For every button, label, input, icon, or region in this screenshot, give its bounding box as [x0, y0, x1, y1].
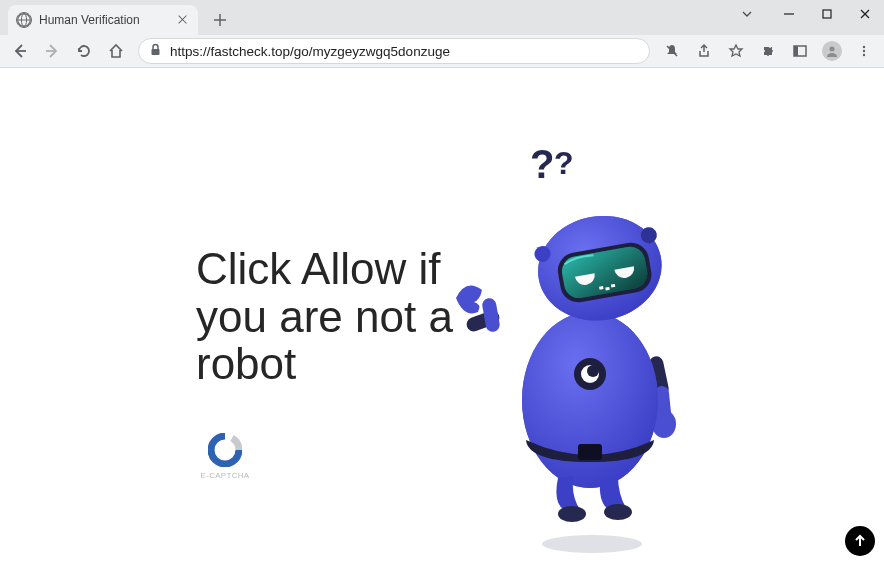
svg-point-19 — [863, 54, 865, 56]
notifications-muted-icon[interactable] — [658, 37, 686, 65]
browser-toolbar: https://fastcheck.top/go/myzgeyzwgq5donz… — [0, 35, 884, 68]
svg-point-18 — [863, 50, 865, 52]
home-button[interactable] — [102, 37, 130, 65]
svg-point-45 — [542, 535, 642, 553]
heading-line-2: you are not a — [196, 293, 453, 341]
svg-rect-29 — [578, 444, 602, 460]
captcha-label: E-CAPTCHA — [200, 471, 250, 480]
address-bar[interactable]: https://fastcheck.top/go/myzgeyzwgq5donz… — [138, 38, 650, 64]
svg-rect-11 — [152, 49, 160, 55]
window-controls — [728, 0, 884, 28]
lock-icon — [149, 42, 162, 60]
bookmark-star-icon[interactable] — [722, 37, 750, 65]
svg-rect-15 — [794, 46, 798, 56]
heading-line-3: robot — [196, 340, 453, 388]
svg-marker-13 — [730, 45, 742, 56]
back-button[interactable] — [6, 37, 34, 65]
svg-point-17 — [863, 46, 865, 48]
profile-avatar[interactable] — [818, 37, 846, 65]
svg-point-43 — [558, 506, 586, 522]
close-window-button[interactable] — [846, 0, 884, 28]
scroll-top-button[interactable] — [845, 526, 875, 556]
extensions-icon[interactable] — [754, 37, 782, 65]
share-icon[interactable] — [690, 37, 718, 65]
page-heading: Click Allow if you are not a robot — [196, 245, 453, 388]
sidepanel-icon[interactable] — [786, 37, 814, 65]
svg-text:?: ? — [530, 142, 554, 186]
tab-search-button[interactable] — [728, 0, 766, 28]
captcha-logo-icon — [208, 433, 242, 467]
kebab-menu-icon[interactable] — [850, 37, 878, 65]
maximize-button[interactable] — [808, 0, 846, 28]
forward-button[interactable] — [38, 37, 66, 65]
tab-title: Human Verification — [39, 13, 169, 27]
svg-point-32 — [587, 365, 599, 377]
avatar-icon — [822, 41, 842, 61]
arrow-up-icon — [852, 533, 868, 549]
close-tab-icon[interactable] — [176, 13, 190, 27]
svg-point-16 — [830, 47, 835, 52]
globe-icon — [16, 12, 32, 28]
svg-point-44 — [604, 504, 632, 520]
new-tab-button[interactable] — [206, 6, 234, 34]
robot-illustration: ? ? — [450, 140, 710, 500]
browser-tab[interactable]: Human Verification — [8, 5, 198, 35]
minimize-button[interactable] — [770, 0, 808, 28]
svg-rect-6 — [823, 10, 831, 18]
page-content: Click Allow if you are not a robot E-CAP… — [0, 68, 884, 565]
reload-button[interactable] — [70, 37, 98, 65]
svg-text:?: ? — [554, 145, 574, 181]
url-text: https://fastcheck.top/go/myzgeyzwgq5donz… — [170, 44, 450, 59]
heading-line-1: Click Allow if — [196, 245, 453, 293]
browser-titlebar: Human Verification — [0, 0, 884, 35]
captcha-badge: E-CAPTCHA — [200, 433, 250, 480]
